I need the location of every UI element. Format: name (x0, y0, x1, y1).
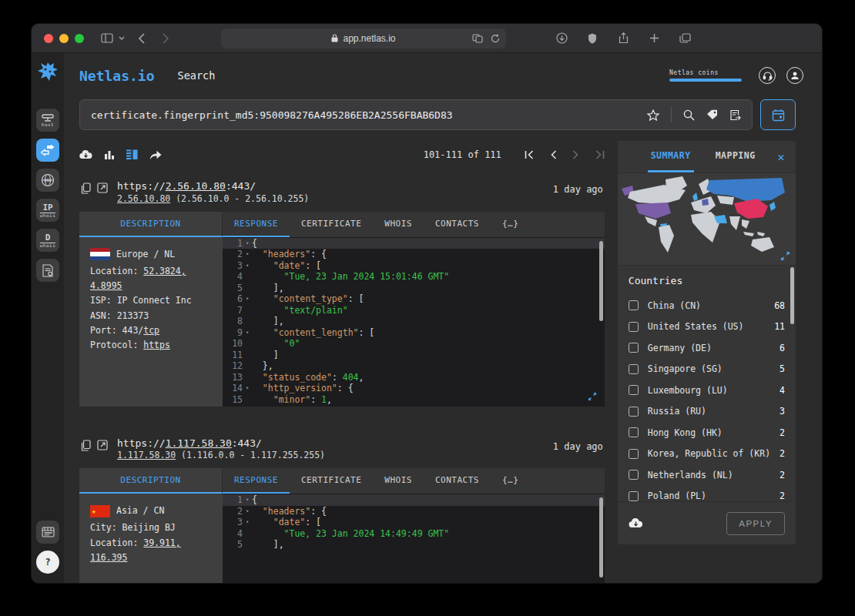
tab-[interactable]: {…} (491, 468, 530, 494)
tab-response[interactable]: RESPONSE (223, 468, 290, 494)
result-url[interactable]: https://1.117.58.30:443/ (117, 437, 325, 450)
result-url[interactable]: https://2.56.10.80:443/ (117, 179, 309, 193)
sidebar-item-ip-whois[interactable]: IP whois (36, 199, 59, 222)
favorite-query-button[interactable] (647, 109, 659, 121)
account-button[interactable] (786, 67, 803, 84)
sidebar-item-domain-whois[interactable]: D whois (36, 229, 59, 252)
sidebar-item-host[interactable]: host (36, 109, 59, 132)
privacy-shield-button[interactable] (583, 29, 602, 48)
share-button[interactable] (614, 29, 632, 48)
field-link[interactable]: tcp (143, 325, 159, 336)
response-code-panel[interactable]: 1▾{2▾ "headers": {3▾ "date": [4 "Tue, 23… (223, 237, 605, 407)
country-checkbox[interactable] (629, 300, 639, 310)
tab-description[interactable]: DESCRIPTION (79, 212, 223, 237)
fold-toggle-icon[interactable]: ▾ (243, 383, 252, 394)
ip-link[interactable]: 2.56.10.80 (117, 193, 170, 204)
country-row[interactable]: Germany (DE)6 (629, 337, 785, 359)
fold-toggle-icon[interactable]: ▾ (243, 327, 252, 339)
sidebar-item-certificates[interactable] (36, 259, 59, 282)
fold-toggle-icon[interactable]: ▾ (243, 506, 252, 517)
prev-page-button[interactable] (550, 150, 557, 159)
minimize-window-button[interactable] (59, 34, 69, 43)
reader-icon[interactable] (472, 34, 483, 43)
tab-overview-button[interactable] (676, 29, 694, 48)
tab-response[interactable]: RESPONSE (223, 212, 290, 237)
sidebar-item-scripts[interactable] (36, 521, 59, 544)
code-scrollbar[interactable] (599, 241, 603, 321)
sidebar-chevron-button[interactable] (118, 29, 126, 48)
tab-mapping[interactable]: MAPPING (712, 141, 759, 172)
ip-link[interactable]: 1.117.58.30 (117, 450, 176, 460)
code-scrollbar[interactable] (599, 497, 603, 578)
view-mode-button[interactable] (126, 149, 138, 160)
fold-toggle-icon[interactable]: ▾ (243, 293, 252, 305)
country-checkbox[interactable] (629, 364, 639, 374)
expand-response-button[interactable] (588, 392, 597, 401)
new-tab-button[interactable] (645, 29, 663, 48)
country-checkbox[interactable] (629, 407, 639, 417)
tab-contacts[interactable]: CONTACTS (424, 212, 491, 237)
field-link[interactable]: https (143, 340, 170, 350)
first-page-button[interactable] (525, 150, 535, 159)
country-row[interactable]: China (CN)68 (629, 295, 785, 316)
sidebar-item-help[interactable]: ? (36, 551, 59, 574)
zoom-window-button[interactable] (75, 34, 84, 43)
run-search-button[interactable] (683, 109, 695, 121)
brand-logo-text[interactable]: Netlas.io (79, 68, 155, 84)
country-row[interactable]: Hong Kong (HK)2 (629, 422, 785, 444)
world-map[interactable] (618, 172, 796, 265)
saved-queries-button[interactable] (706, 109, 718, 120)
statistics-button[interactable] (104, 149, 115, 160)
url-host-link[interactable]: 1.117.58.30 (166, 437, 232, 449)
tab-description[interactable]: DESCRIPTION (79, 468, 223, 494)
fold-toggle-icon[interactable]: ▾ (243, 494, 252, 506)
copy-result-button[interactable] (81, 440, 91, 451)
nav-item-search[interactable]: Search (178, 69, 216, 82)
panel-close-button[interactable]: ✕ (777, 150, 785, 164)
date-filter-button[interactable] (760, 99, 796, 130)
tab-[interactable]: {…} (491, 212, 530, 237)
tab-whois[interactable]: WHOIS (373, 212, 424, 237)
tab-summary[interactable]: SUMMARY (648, 141, 694, 172)
copy-result-button[interactable] (81, 182, 91, 194)
results-list[interactable]: https://2.56.10.80:443/2.56.10.80 (2.56.… (79, 169, 605, 583)
countries-scrollbar[interactable] (790, 267, 794, 324)
open-result-button[interactable] (97, 440, 108, 451)
tab-certificate[interactable]: CERTIFICATE (290, 468, 373, 494)
url-host-link[interactable]: 2.56.10.80 (166, 180, 226, 192)
support-button[interactable] (759, 67, 776, 84)
search-query-text[interactable]: certificate.fingerprint_md5:950098276A49… (91, 109, 635, 121)
country-checkbox[interactable] (629, 470, 639, 480)
country-row[interactable]: Russia (RU)3 (629, 401, 785, 423)
country-row[interactable]: Luxembourg (LU)4 (629, 380, 785, 401)
country-checkbox[interactable] (629, 385, 639, 395)
country-checkbox[interactable] (629, 427, 639, 437)
country-checkbox[interactable] (629, 449, 639, 459)
fold-toggle-icon[interactable]: ▾ (243, 260, 252, 272)
tab-whois[interactable]: WHOIS (373, 468, 424, 494)
address-bar[interactable]: app.netlas.io (221, 28, 506, 49)
apply-button[interactable]: APPLY (726, 512, 785, 535)
downloads-button[interactable] (552, 29, 571, 48)
country-row[interactable]: Singapore (SG)5 (629, 359, 785, 380)
response-code-panel[interactable]: 1▾{2▾ "headers": {3▾ "date": [4 "Tue, 23… (223, 494, 605, 583)
sidebar-item-responses[interactable] (36, 139, 59, 162)
fold-toggle-icon[interactable]: ▾ (243, 249, 252, 260)
download-facets-button[interactable] (629, 518, 643, 528)
map-expand-icon[interactable] (780, 251, 790, 261)
next-page-button[interactable] (572, 150, 579, 159)
share-results-button[interactable] (149, 150, 162, 160)
fold-toggle-icon[interactable]: ▾ (243, 238, 252, 249)
search-input[interactable]: certificate.fingerprint_md5:950098276A49… (79, 99, 753, 130)
country-checkbox[interactable] (629, 322, 639, 332)
open-result-button[interactable] (97, 182, 108, 194)
country-row[interactable]: Netherlands (NL)2 (629, 464, 785, 486)
last-page-button[interactable] (595, 150, 605, 159)
country-row[interactable]: Korea, Republic of (KR)2 (629, 444, 785, 465)
reload-icon[interactable] (491, 34, 500, 43)
close-window-button[interactable] (44, 34, 53, 43)
country-row[interactable]: United States (US)11 (629, 316, 785, 338)
country-checkbox[interactable] (629, 343, 639, 353)
tab-certificate[interactable]: CERTIFICATE (290, 212, 373, 237)
download-results-button[interactable] (79, 150, 92, 159)
